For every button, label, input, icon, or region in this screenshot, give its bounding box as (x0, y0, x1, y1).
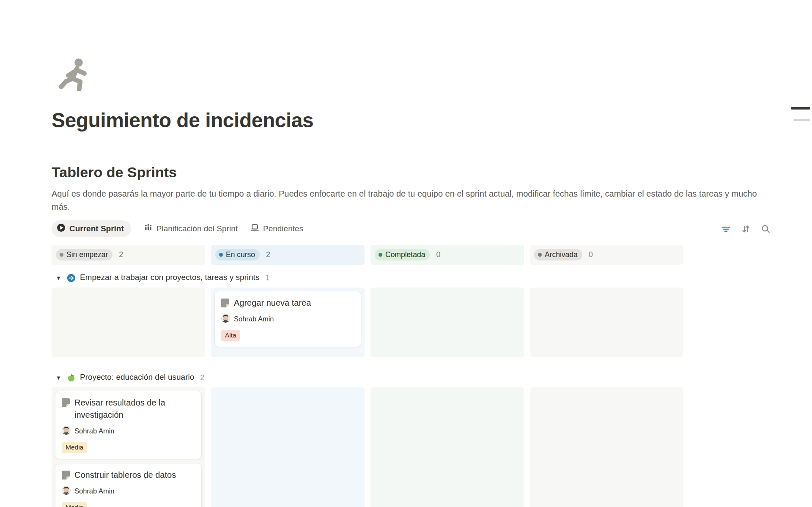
page-icon (62, 469, 70, 481)
group-header-sprint-tasks: ▼ Empezar a trabajar con proyectos, tare… (52, 271, 683, 284)
status-dot-icon (379, 253, 382, 257)
runner-icon[interactable] (58, 58, 91, 91)
column-header-archivada[interactable]: Archivada 0 (530, 245, 683, 265)
toc-bar-icon (793, 119, 810, 121)
cell-sin-empezar[interactable]: Revisar resultados de la investigación (52, 387, 205, 507)
group-1-cells: Agregar nueva tarea (52, 288, 683, 357)
assignee-row: Sohrab Amin (62, 426, 195, 436)
tab-current-sprint[interactable]: Current Sprint (52, 220, 131, 237)
avatar (221, 314, 230, 324)
group-2-cells: Revisar resultados de la investigación (52, 387, 683, 507)
cell-completada[interactable] (370, 387, 524, 507)
status-pill: En curso (215, 249, 260, 260)
collapse-triangle-icon[interactable]: ▼ (56, 375, 61, 381)
group-count: 2 (200, 373, 204, 382)
card-title: Agregar nueva tarea (234, 297, 311, 309)
task-card[interactable]: Construir tableros de datos (55, 463, 202, 507)
page-icon (62, 397, 70, 421)
priority-tag: Media (62, 442, 87, 453)
arrow-circle-right-icon (67, 274, 76, 282)
view-tabs: Current Sprint Planificación del Sprint (52, 220, 303, 237)
kanban-board: Sin empezar 2 En curso 2 Completada 0 Ar… (52, 245, 683, 507)
laptop-book-icon (250, 223, 259, 234)
page-title: Seguimiento de incidencias (52, 109, 812, 132)
tab-backlog[interactable]: Pendientes (250, 223, 303, 234)
column-count: 0 (436, 250, 440, 259)
search-icon[interactable] (761, 224, 771, 234)
status-dot-icon (60, 253, 63, 257)
tab-label: Pendientes (263, 224, 303, 233)
cell-completada[interactable] (370, 288, 524, 357)
cell-en-curso[interactable] (211, 387, 365, 507)
cell-archivada[interactable] (530, 387, 683, 507)
assignee-name: Sohrab Amin (234, 315, 274, 323)
page-icon (221, 297, 229, 309)
tab-label: Planificación del Sprint (156, 224, 238, 233)
status-pill: Sin empezar (56, 249, 112, 260)
cell-sin-empezar[interactable] (52, 288, 205, 357)
tab-sprint-planning[interactable]: Planificación del Sprint (144, 223, 238, 234)
column-headers: Sin empezar 2 En curso 2 Completada 0 Ar… (52, 245, 683, 265)
task-card[interactable]: Revisar resultados de la investigación (55, 391, 202, 459)
column-count: 2 (266, 250, 270, 259)
column-header-sin-empezar[interactable]: Sin empezar 2 (52, 245, 205, 265)
sort-icon[interactable] (741, 224, 751, 234)
toc-indicator[interactable] (791, 107, 810, 121)
status-pill: Completada (375, 249, 430, 260)
assignee-name: Sohrab Amin (74, 487, 114, 495)
cell-en-curso[interactable]: Agregar nueva tarea (211, 288, 365, 357)
group-header-proyecto-educacion: ▼ Proyecto: educación del usuario 2 (52, 371, 683, 384)
card-title: Construir tableros de datos (74, 469, 176, 481)
section-description: Aquí es donde pasarás la mayor parte de … (52, 187, 775, 214)
collapse-triangle-icon[interactable]: ▼ (56, 275, 61, 281)
tab-label: Current Sprint (69, 224, 124, 233)
cell-archivada[interactable] (530, 288, 683, 357)
group-title[interactable]: Empezar a trabajar con proyectos, tareas… (80, 273, 260, 283)
play-circle-icon (57, 223, 66, 234)
priority-tag: Alta (221, 330, 240, 341)
group-title[interactable]: Proyecto: educación del usuario (80, 373, 194, 383)
view-bar: Current Sprint Planificación del Sprint (52, 220, 771, 237)
card-title: Revisar resultados de la investigación (74, 397, 195, 421)
filter-icon[interactable] (721, 224, 731, 234)
column-header-en-curso[interactable]: En curso 2 (211, 245, 365, 265)
column-header-completada[interactable]: Completada 0 (370, 245, 524, 265)
status-dot-icon (219, 253, 223, 257)
status-dot-icon (538, 253, 542, 257)
toc-bar-icon (791, 107, 810, 110)
group-count: 1 (265, 274, 269, 282)
assignee-row: Sohrab Amin (62, 486, 195, 496)
page: Seguimiento de incidencias Tablero de Sp… (0, 0, 812, 507)
column-count: 2 (119, 250, 123, 259)
avatar (62, 426, 71, 436)
status-pill: Archivada (534, 249, 582, 260)
section-heading: Tablero de Sprints (52, 163, 812, 181)
green-apple-icon (67, 373, 76, 382)
task-card[interactable]: Agregar nueva tarea (214, 291, 361, 347)
avatar (62, 486, 71, 496)
assignee-row: Sohrab Amin (221, 314, 354, 324)
column-count: 0 (589, 250, 593, 259)
assignee-name: Sohrab Amin (74, 427, 114, 435)
board-toolbar (721, 224, 771, 234)
team-icon (144, 223, 153, 234)
priority-tag: Media (62, 502, 87, 507)
